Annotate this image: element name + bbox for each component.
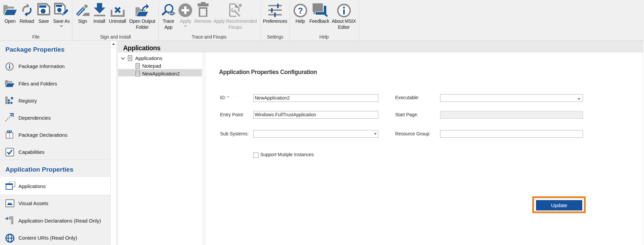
svg-text:?: ?	[298, 6, 303, 15]
